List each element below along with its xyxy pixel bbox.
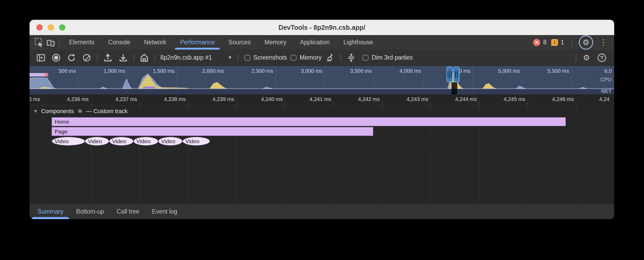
flame-bar-page[interactable]: Page [52, 127, 373, 136]
warning-icon[interactable]: ! [551, 39, 558, 46]
divider [571, 38, 572, 46]
flame-bar-home[interactable]: Home [52, 117, 566, 126]
ruler-tick [42, 102, 43, 105]
track-title: Components [41, 108, 74, 115]
selection-handle-right[interactable] [453, 66, 460, 82]
details-tab-bottom-up[interactable]: Bottom-up [70, 204, 110, 219]
overview-tick-label: 4,000 ms [400, 68, 421, 74]
details-tab-summary[interactable]: Summary [31, 204, 70, 219]
tab-memory[interactable]: Memory [258, 35, 293, 50]
tab-network[interactable]: Network [137, 35, 173, 50]
panel-left-icon[interactable] [35, 52, 47, 64]
ruler-tick [479, 102, 479, 105]
divider [97, 54, 98, 62]
flame-bar-video[interactable]: Video [52, 137, 85, 146]
tab-lighthouse[interactable]: Lighthouse [337, 35, 380, 50]
ruler-label: 35 ms [30, 96, 40, 102]
ruler-tick [333, 102, 334, 105]
divider [59, 38, 60, 46]
track-header-components[interactable]: ▼ Components ⚛ — Custom track [33, 108, 128, 115]
flame-bar-video[interactable]: Video [85, 137, 109, 146]
target-select[interactable]: 8p2n9n.csb.app #1 ▼ [158, 54, 235, 61]
help-icon[interactable]: ? [596, 52, 608, 64]
divider [238, 54, 238, 62]
minimize-button[interactable] [48, 24, 54, 31]
overview-tick-label: 2,500 ms [252, 68, 273, 74]
tab-performance[interactable]: Performance [173, 35, 222, 50]
devtools-tab-bar: ElementsConsoleNetworkPerformanceSources… [30, 35, 614, 50]
overview-tick-label: 1,500 ms [153, 68, 175, 74]
timeline-overview[interactable]: 500 ms1,000 ms1,500 ms2,000 ms2,500 ms3,… [30, 66, 614, 94]
divider [340, 54, 341, 62]
settings-gear-highlight[interactable]: ⚙ [579, 35, 593, 50]
net-lane-label: NET [601, 88, 612, 94]
timeline-ruler[interactable]: 35 ms4,236 ms4,237 ms4,238 ms4,239 ms4,2… [30, 94, 614, 105]
memory-checkbox[interactable] [291, 55, 296, 61]
flame-bar-video[interactable]: Video [109, 137, 133, 146]
tab-application[interactable]: Application [293, 35, 337, 50]
overview-tick-label: 1,000 ms [104, 68, 125, 74]
dim-3rd-parties-checkbox[interactable] [363, 55, 368, 61]
upload-icon[interactable] [102, 52, 114, 64]
ruler-tick [527, 102, 528, 105]
selection-range[interactable] [451, 82, 457, 94]
content-gridline [576, 105, 576, 204]
overview-tick-label: 6,0 [604, 68, 612, 74]
overview-tick-label: 5,500 ms [547, 68, 569, 74]
more-menu-icon[interactable]: ⋮ [597, 38, 609, 47]
ruler-label: 4,240 ms [261, 96, 283, 102]
close-button[interactable] [36, 24, 43, 31]
network-overview-bar-tip [45, 73, 48, 76]
chevron-down-icon: ▼ [228, 55, 232, 60]
memory-label[interactable]: Memory [300, 54, 321, 61]
error-count[interactable]: 8 [543, 39, 546, 46]
ruler-label: 4,24 [599, 96, 609, 102]
device-toolbar-icon[interactable] [45, 37, 56, 48]
dim-3rd-parties-label[interactable]: Dim 3rd parties [372, 54, 413, 61]
ruler-tick [188, 102, 188, 105]
screenshots-checkbox[interactable] [244, 55, 250, 61]
tab-elements[interactable]: Elements [62, 35, 101, 50]
selection-handle-left[interactable] [446, 66, 453, 82]
overview-tick-label: 3,500 ms [350, 68, 372, 74]
details-tab-event-log[interactable]: Event log [146, 204, 184, 219]
title-bar: DevTools - 8p2n9n.csb.app/ [30, 20, 614, 35]
record-icon[interactable] [50, 52, 62, 64]
flame-bar-video[interactable]: Video [182, 137, 210, 146]
error-icon[interactable]: ✕ [533, 39, 540, 46]
zoom-button[interactable] [59, 24, 65, 31]
download-icon[interactable] [117, 52, 129, 64]
inspect-icon[interactable] [33, 37, 45, 48]
flame-bar-video[interactable]: Video [158, 137, 182, 146]
window-title: DevTools - 8p2n9n.csb.app/ [278, 24, 365, 31]
ruler-label: 4,239 ms [213, 96, 234, 102]
warning-count[interactable]: 1 [561, 39, 564, 46]
settings-gear-icon[interactable]: ⚙ [583, 38, 590, 46]
screenshots-label[interactable]: Screenshots [253, 54, 287, 61]
home-icon[interactable] [138, 52, 150, 64]
capture-settings-gear-icon[interactable]: ⚙ [580, 52, 593, 64]
reload-icon[interactable] [65, 52, 78, 64]
tab-console[interactable]: Console [101, 35, 137, 50]
disclosure-triangle-icon[interactable]: ▼ [33, 109, 38, 114]
compress-icon[interactable] [345, 52, 357, 64]
flame-bar-video[interactable]: Video [133, 137, 158, 146]
overview-tick-label: 2,000 ms [202, 68, 224, 74]
ruler-tick [139, 102, 140, 105]
details-tab-call-tree[interactable]: Call tree [110, 204, 146, 219]
overview-tick-label: 3,000 ms [301, 68, 323, 74]
ruler-label: 4,243 ms [407, 96, 428, 102]
content-gridline [42, 105, 43, 204]
traffic-lights [36, 20, 65, 35]
flame-chart-area[interactable]: ▼ Components ⚛ — Custom track HomePageVi… [30, 105, 614, 204]
clear-icon[interactable] [81, 52, 93, 64]
ruler-label: 4,245 ms [504, 96, 525, 102]
ruler-label: 4,241 ms [310, 96, 331, 102]
tab-sources[interactable]: Sources [222, 35, 257, 50]
gc-broom-icon[interactable] [324, 52, 336, 64]
ruler-label: 4,246 ms [552, 96, 574, 102]
ruler-tick [236, 102, 237, 105]
ruler-label: 4,244 ms [455, 96, 477, 102]
ruler-tick [91, 102, 91, 105]
cpu-lane-label: CPU [600, 76, 612, 83]
